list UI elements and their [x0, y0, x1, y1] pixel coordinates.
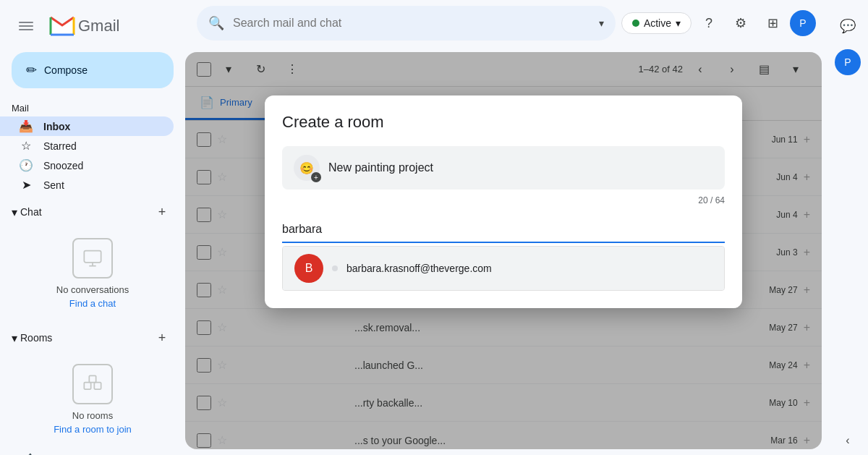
modal-overlay[interactable]: Create a room 😊 + 20 / 64 B — [185, 52, 822, 449]
svg-rect-1 — [19, 25, 33, 27]
svg-rect-4 — [84, 383, 90, 389]
search-bar[interactable]: 🔍 ▾ — [197, 6, 616, 41]
sidebar-item-meet[interactable]: 📹 Meet — [0, 446, 185, 455]
chat-section-title: Chat — [20, 206, 150, 218]
find-room-link[interactable]: Find a room to join — [54, 424, 132, 435]
svg-rect-3 — [84, 251, 101, 263]
help-button[interactable]: ? — [694, 9, 723, 38]
char-count: 20 / 64 — [282, 195, 725, 205]
pencil-icon: ✏ — [26, 62, 37, 78]
modal-title: Create a room — [282, 113, 725, 132]
gmail-logo-text: Gmail — [78, 17, 119, 35]
room-name-row: 😊 + — [282, 146, 725, 190]
snoozed-icon: 🕐 — [19, 158, 33, 172]
inbox-label: Inbox — [43, 121, 70, 132]
plus-badge-icon: + — [311, 172, 321, 182]
rooms-section-header[interactable]: ▾ Rooms + — [0, 320, 185, 352]
suggestion-status-dot — [332, 265, 338, 271]
star-icon: ☆ — [19, 139, 33, 153]
settings-button[interactable]: ⚙ — [726, 9, 755, 38]
svg-rect-5 — [94, 383, 101, 389]
right-panel-avatar[interactable]: P — [835, 49, 861, 75]
active-dot — [632, 20, 639, 27]
rooms-section-title: Rooms — [20, 332, 150, 344]
sidebar: Gmail ✏ Compose Mail 📥 Inbox ☆ Starred 🕐… — [0, 0, 185, 455]
search-icon: 🔍 — [208, 15, 224, 31]
sent-label: Sent — [43, 179, 64, 191]
search-input[interactable] — [233, 17, 590, 30]
room-icon-placeholder[interactable]: 😊 + — [294, 155, 320, 181]
svg-rect-2 — [19, 29, 33, 30]
apps-button[interactable]: ⊞ — [758, 9, 787, 38]
sidebar-header: Gmail — [0, 6, 185, 46]
chat-chevron-icon: ▾ — [12, 205, 17, 219]
mail-label: Mail — [12, 103, 29, 114]
create-room-modal: Create a room 😊 + 20 / 64 B — [265, 95, 742, 308]
sidebar-item-starred[interactable]: ☆ Starred — [0, 136, 174, 156]
active-label: Active — [644, 17, 671, 29]
active-status-badge[interactable]: Active ▾ — [621, 12, 692, 34]
sidebar-item-snoozed[interactable]: 🕐 Snoozed — [0, 156, 174, 175]
rooms-icon — [72, 364, 113, 404]
chat-add-button[interactable]: + — [150, 200, 174, 224]
find-chat-link[interactable]: Find a chat — [69, 298, 116, 309]
gmail-logo: Gmail — [49, 13, 119, 39]
sent-icon: ➤ — [19, 178, 33, 192]
top-bar: 🔍 ▾ Active ▾ ? ⚙ ⊞ P — [185, 0, 827, 46]
right-panel: 💬 P ‹ — [827, 0, 868, 455]
suggestion-item[interactable]: B barbara.krasnoff@theverge.com — [283, 247, 724, 290]
room-name-input[interactable] — [328, 161, 713, 174]
people-search-input[interactable] — [282, 217, 725, 243]
top-icons: Active ▾ ? ⚙ ⊞ P — [621, 9, 816, 38]
chat-section-header[interactable]: ▾ Chat + — [0, 195, 185, 226]
meet-icon: 📹 — [19, 452, 33, 455]
rooms-chevron-icon: ▾ — [12, 331, 17, 345]
no-conversations-text: No conversations — [56, 284, 129, 295]
chat-icon — [72, 238, 113, 278]
compose-button[interactable]: ✏ Compose — [12, 52, 174, 88]
rooms-add-button[interactable]: + — [150, 326, 174, 349]
compose-label: Compose — [44, 64, 88, 76]
svg-rect-6 — [89, 375, 95, 382]
right-expand-icon[interactable]: ‹ — [839, 432, 856, 449]
no-rooms-placeholder: No rooms Find a room to join — [0, 352, 185, 446]
sidebar-item-inbox[interactable]: 📥 Inbox — [0, 116, 174, 136]
suggestion-avatar: B — [294, 254, 323, 283]
active-chevron: ▾ — [676, 17, 681, 29]
svg-rect-0 — [19, 22, 33, 23]
inbox-icon: 📥 — [19, 119, 33, 133]
suggestion-email: barbara.krasnoff@theverge.com — [346, 263, 492, 274]
suggestion-list: B barbara.krasnoff@theverge.com — [282, 246, 725, 291]
starred-label: Starred — [43, 140, 77, 152]
chat-panel-icon[interactable]: 💬 — [833, 12, 862, 41]
search-dropdown-icon[interactable]: ▾ — [599, 17, 604, 29]
main-content: ▾ ↻ ⋮ 1–42 of 42 ‹ › ▤ ▾ 📄 Primary 👥 Soc… — [185, 52, 822, 449]
user-avatar-button[interactable]: P — [790, 10, 816, 36]
sidebar-item-mail[interactable]: Mail — [0, 100, 174, 116]
hamburger-icon[interactable] — [12, 12, 41, 41]
no-chat-placeholder: No conversations Find a chat — [0, 226, 185, 320]
people-search: B barbara.krasnoff@theverge.com — [282, 217, 725, 291]
snoozed-label: Snoozed — [43, 160, 83, 171]
sidebar-item-sent[interactable]: ➤ Sent — [0, 175, 174, 195]
no-rooms-text: No rooms — [72, 410, 113, 421]
